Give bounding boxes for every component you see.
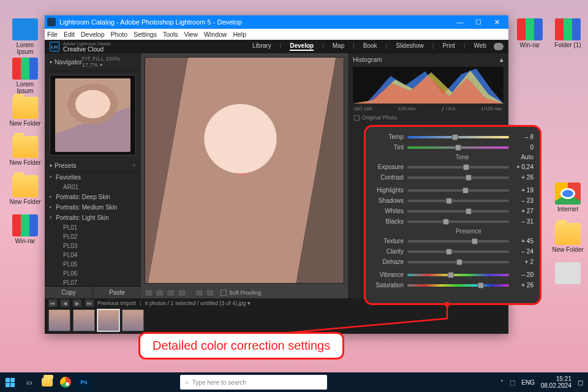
histogram-collapse-icon[interactable]: ▴: [500, 56, 503, 63]
tray-lang[interactable]: ENG: [521, 379, 535, 386]
module-slideshow[interactable]: Slideshow: [396, 42, 424, 51]
module-web[interactable]: Web: [474, 42, 486, 51]
desktop-icon[interactable]: Lorem Ipsum: [9, 58, 42, 94]
exposure-slider[interactable]: [407, 166, 509, 168]
tray-chevron-icon[interactable]: ˄: [500, 379, 503, 386]
grid-button[interactable]: [195, 289, 203, 296]
close-button[interactable]: ✕: [488, 18, 506, 26]
menu-window[interactable]: Window: [204, 31, 227, 38]
presets-header[interactable]: ▾ Presets +: [45, 159, 141, 172]
image-viewer[interactable]: [145, 57, 344, 284]
blacks-slider[interactable]: [407, 221, 509, 223]
desktop-icon[interactable]: New Folder: [9, 97, 42, 127]
preset-group[interactable]: Portraits: Light Skin: [45, 213, 141, 223]
clarity-slider[interactable]: [407, 251, 509, 253]
tray-network-icon[interactable]: ⬚: [510, 379, 515, 386]
preset-item[interactable]: PL07: [45, 278, 141, 286]
module-library[interactable]: Library: [252, 42, 271, 51]
preset-item[interactable]: PL02: [45, 232, 141, 241]
ref-view-button[interactable]: [178, 289, 186, 296]
view-toolbar: Soft Proofing: [141, 287, 348, 298]
preset-item[interactable]: PL01: [45, 223, 141, 232]
explorer-icon[interactable]: [39, 374, 55, 390]
shadows-slider[interactable]: [407, 200, 509, 202]
soft-proofing-label: Soft Proofing: [229, 290, 261, 296]
menu-photo[interactable]: Photo: [111, 31, 127, 38]
temp-slider[interactable]: [407, 136, 509, 138]
menu-tools[interactable]: Tools: [163, 31, 178, 38]
desktop-icon[interactable]: New Folder: [551, 223, 584, 253]
filmstrip-prev-button[interactable]: ◀: [61, 300, 69, 307]
module-book[interactable]: Book: [363, 42, 377, 51]
minimize-button[interactable]: —: [451, 18, 469, 26]
before-after-button[interactable]: [156, 289, 164, 296]
module-print[interactable]: Print: [442, 42, 455, 51]
loupe-view-button[interactable]: [145, 289, 153, 296]
filmstrip-thumb[interactable]: [122, 309, 144, 331]
preset-item[interactable]: PL06: [45, 269, 141, 278]
menu-edit[interactable]: Edit: [64, 31, 75, 38]
taskview-icon[interactable]: ▭: [21, 374, 37, 390]
tint-slider[interactable]: [407, 146, 509, 149]
preset-item[interactable]: AR01: [45, 183, 141, 192]
chrome-icon[interactable]: [58, 374, 74, 390]
auto-tone-button[interactable]: Auto: [521, 154, 533, 160]
soft-proofing-checkbox[interactable]: [221, 290, 227, 296]
navigator-header[interactable]: ▾ Navigator FIT FILL 100% 17.7% ▾: [45, 53, 141, 71]
brand-bar: Lrc Adobe Lightroom Classic Creative Clo…: [45, 40, 508, 53]
highlights-slider[interactable]: [407, 189, 509, 192]
title-text: Lightroom Catalog - Adobe Photoshop Ligh…: [59, 18, 242, 26]
taskbar-search[interactable]: ○ Type here to search: [180, 375, 327, 390]
filmstrip-thumb[interactable]: [73, 309, 95, 331]
compare-button[interactable]: [167, 289, 175, 296]
saturation-slider[interactable]: [407, 284, 509, 287]
module-develop[interactable]: Develop: [290, 42, 314, 51]
filmstrip-first-button[interactable]: ⏮: [48, 300, 57, 307]
desktop-icon[interactable]: Folder (1): [551, 18, 584, 48]
cloud-sync-icon[interactable]: [494, 43, 503, 50]
preset-group[interactable]: Portraits: Deep Skin: [45, 192, 141, 202]
tray-notifications-icon[interactable]: ▢: [578, 379, 583, 386]
filmstrip-next-button[interactable]: ▶: [73, 300, 81, 307]
desktop-icon[interactable]: Win-rar: [513, 18, 546, 48]
menu-help[interactable]: Help: [233, 31, 246, 38]
desktop-icon[interactable]: New Folder: [9, 175, 42, 205]
photoshop-icon[interactable]: Ps: [76, 374, 92, 390]
vibrance-slider[interactable]: [407, 274, 509, 276]
texture-slider[interactable]: [407, 240, 509, 243]
preset-group[interactable]: Portraits: Medium Skin: [45, 202, 141, 213]
paste-button[interactable]: Paste: [92, 287, 141, 298]
dehaze-slider[interactable]: [407, 261, 509, 263]
desktop-icon[interactable]: [551, 262, 584, 285]
survey-button[interactable]: [206, 289, 214, 296]
menu-settings[interactable]: Settings: [134, 31, 157, 38]
desktop-icon[interactable]: New Folder: [9, 136, 42, 166]
preset-item[interactable]: PL05: [45, 260, 141, 269]
filmstrip-info: 4 photos / 1 selected / untitled (3 of 4…: [145, 300, 251, 306]
desktop-icon[interactable]: Win-rar: [9, 214, 42, 244]
navigator-thumb[interactable]: [50, 75, 136, 156]
desktop-icon[interactable]: Internet: [551, 183, 584, 213]
whites-slider[interactable]: [407, 210, 509, 213]
menu-view[interactable]: View: [184, 31, 198, 38]
module-map[interactable]: Map: [333, 42, 344, 51]
filmstrip-thumb[interactable]: [97, 309, 119, 331]
filmstrip-thumb[interactable]: [48, 309, 70, 331]
histogram-chart[interactable]: [353, 67, 503, 104]
filmstrip-source[interactable]: Previous Import: [97, 300, 136, 306]
filmstrip-last-button[interactable]: ⏭: [85, 300, 94, 307]
start-button[interactable]: [0, 372, 20, 392]
desktop-icon[interactable]: Lorem Ipsum: [9, 18, 42, 55]
histogram-title: Histogram: [353, 56, 382, 63]
preset-item[interactable]: PL03: [45, 241, 141, 251]
copy-button[interactable]: Copy: [45, 287, 92, 298]
contrast-slider[interactable]: [407, 176, 509, 179]
tray-clock[interactable]: 15:21 08.02.2024: [541, 375, 571, 389]
lrc-badge: Lrc: [50, 42, 59, 51]
titlebar[interactable]: Lightroom Catalog - Adobe Photoshop Ligh…: [45, 15, 508, 29]
maximize-button[interactable]: ☐: [469, 18, 488, 26]
menu-file[interactable]: File: [47, 31, 58, 38]
preset-item[interactable]: PL04: [45, 251, 141, 260]
menu-develop[interactable]: Develop: [81, 31, 105, 38]
preset-group[interactable]: Favorites: [45, 172, 141, 183]
